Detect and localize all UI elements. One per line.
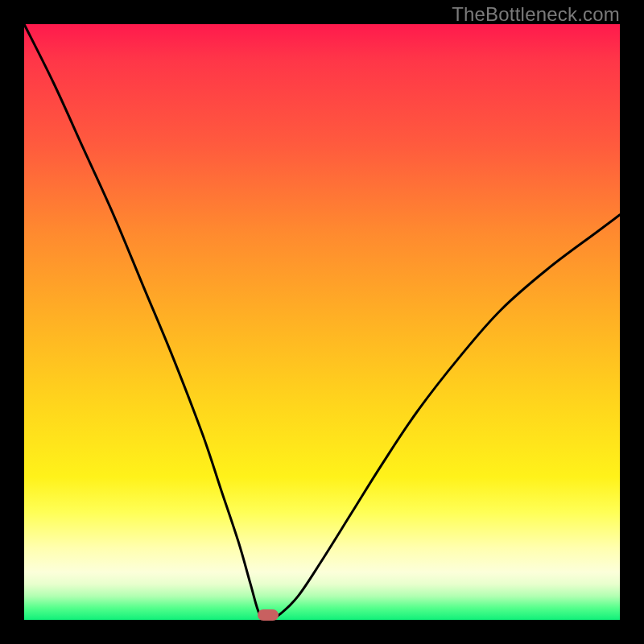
bottleneck-curve — [24, 24, 620, 620]
watermark-text: TheBottleneck.com — [452, 3, 620, 26]
plot-area — [24, 24, 620, 620]
curve-svg — [24, 24, 620, 620]
optimal-marker — [258, 609, 279, 621]
chart-frame: TheBottleneck.com — [0, 0, 644, 644]
